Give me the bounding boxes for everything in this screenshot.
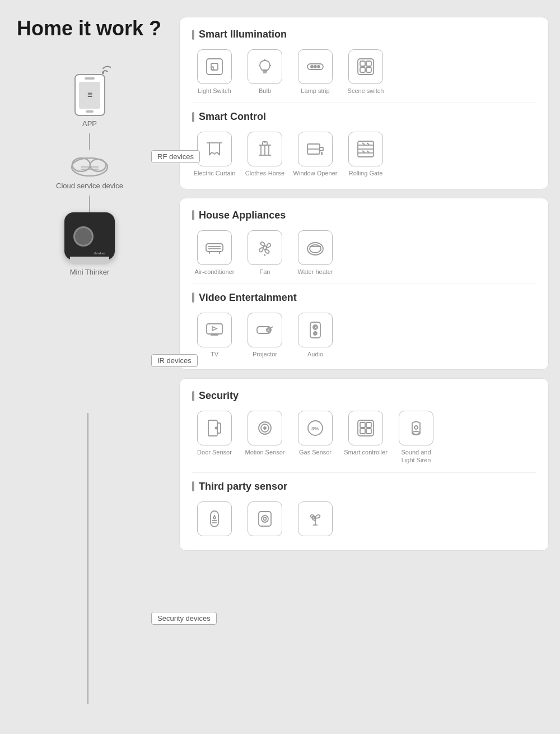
item-light-switch: a Light Switch: [192, 49, 237, 95]
ir-connector: IR devices: [151, 360, 185, 361]
rf-connector: RF devices: [151, 156, 185, 157]
page-title: Home it work ?: [17, 17, 168, 40]
svg-rect-6: [207, 59, 222, 75]
svg-point-85: [262, 515, 268, 522]
svg-point-16: [314, 66, 316, 68]
item-smart-controller: Smart controller: [343, 411, 388, 464]
svg-rect-22: [366, 67, 371, 72]
v-connector-1: [89, 133, 90, 150]
svg-point-57: [268, 329, 270, 331]
wifi-icon: [95, 62, 111, 74]
control-items: Electric Curtain: [192, 132, 536, 177]
svg-rect-73: [360, 422, 365, 428]
item-water-heater: Water heater: [293, 230, 338, 276]
v-connector-2: [89, 196, 90, 212]
item-motion-sensor: Motion Sensor: [242, 411, 287, 464]
svg-point-78: [414, 426, 418, 429]
divider-3: [192, 472, 536, 473]
svg-rect-21: [360, 67, 365, 72]
svg-point-63: [315, 332, 316, 334]
phone-icon: ☰: [74, 74, 105, 116]
item-projector: Projector: [242, 313, 287, 358]
video-items: TV Projector: [192, 313, 536, 358]
item-siren: Sound and Light Siren: [394, 411, 438, 464]
card-security: Security Door Sensor: [179, 378, 549, 551]
hub-label: Mini Thinker: [70, 268, 110, 276]
item-clothes-horse: Clothes-Horse: [242, 132, 287, 177]
item-tv: TV: [192, 313, 237, 358]
card-ir: House Appliances Air-conditioner: [179, 198, 549, 370]
illumination-items: a Light Switch: [192, 49, 536, 95]
item-window: Window Opener: [293, 132, 338, 177]
item-door-sensor: Door Sensor: [192, 411, 237, 464]
svg-rect-65: [217, 423, 221, 433]
card-rf: Smart Illumination a Light Switch: [179, 17, 549, 189]
svg-point-69: [264, 427, 266, 429]
svg-rect-19: [360, 61, 365, 66]
svg-point-61: [314, 326, 316, 328]
item-sensor-2: [242, 501, 287, 539]
svg-rect-76: [366, 429, 371, 434]
svg-line-58: [270, 327, 273, 328]
security-label: Security devices: [151, 612, 217, 625]
svg-rect-33: [320, 147, 323, 151]
svg-rect-51: [207, 324, 222, 334]
section-third-party: Third party sensor: [192, 481, 536, 493]
section-bar-4: [192, 292, 194, 303]
section-bar-6: [192, 481, 194, 491]
svg-text:3%: 3%: [311, 426, 319, 431]
item-fan: Fan: [242, 230, 287, 276]
svg-point-81: [213, 517, 216, 519]
security-connector: Security devices: [151, 617, 185, 619]
appliances-items: Air-conditioner Fan: [192, 230, 536, 276]
item-sensor-1: [192, 501, 237, 539]
svg-rect-20: [366, 61, 371, 66]
section-bar: [192, 30, 194, 40]
cloud-icon: [67, 150, 112, 178]
v-connector-main: [87, 413, 88, 704]
section-bar-5: [192, 391, 194, 401]
divider-1: [192, 103, 536, 103]
item-lamp-strip: Lamp strip: [293, 49, 338, 95]
svg-point-86: [264, 517, 267, 520]
section-video: Video Entertainment: [192, 292, 536, 304]
security-items: Door Sensor Motion Sensor: [192, 411, 536, 464]
section-house-appliances: House Appliances: [192, 210, 536, 221]
divider-2: [192, 284, 536, 284]
section-security: Security: [192, 390, 536, 402]
item-scene-switch: Scene switch: [343, 49, 388, 95]
svg-rect-75: [360, 429, 365, 434]
item-bulb: Bulb: [242, 49, 287, 95]
app-label: APP: [82, 119, 97, 128]
ir-label: IR devices: [151, 354, 198, 367]
item-ac: Air-conditioner: [192, 230, 237, 276]
section-bar-2: [192, 112, 194, 122]
rf-label: RF devices: [151, 150, 200, 163]
svg-point-15: [311, 66, 313, 68]
hub-device: thinker: [64, 212, 115, 260]
svg-rect-41: [206, 244, 223, 252]
section-smart-illumination: Smart Illumination: [192, 29, 536, 40]
section-bar-3: [192, 210, 194, 220]
third-party-items: [192, 501, 536, 539]
item-gas-sensor: 3% Gas Sensor: [293, 411, 338, 464]
item-rolling-gate: Rolling Gate: [343, 132, 388, 177]
svg-rect-74: [366, 422, 371, 428]
svg-marker-52: [212, 327, 217, 331]
svg-point-66: [216, 428, 217, 429]
section-smart-control: Smart Control: [192, 111, 536, 123]
item-audio: Audio: [293, 313, 338, 358]
item-sensor-3: [293, 501, 338, 539]
cloud-label: Cloud service device: [56, 182, 123, 190]
svg-rect-84: [259, 512, 271, 526]
svg-text:a: a: [211, 64, 214, 71]
right-panel: Smart Illumination a Light Switch: [179, 17, 549, 717]
svg-point-17: [318, 66, 320, 68]
